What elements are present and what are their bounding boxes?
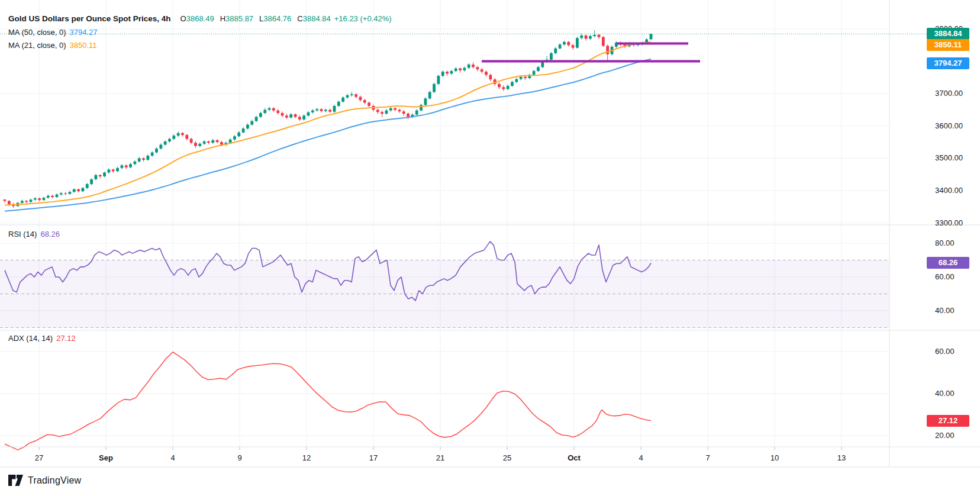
rsi-label: RSI (14) [8,230,37,239]
ma50-label: MA (50, close, 0) [8,28,66,37]
price-axis-label: 3400.00 [935,186,963,195]
axis-badge: 3884.84 [927,28,969,40]
tradingview-logo[interactable]: TradingView [8,474,81,487]
price-axis-label: 40.00 [935,306,955,315]
time-axis-label: 10 [754,453,795,462]
time-axis-label: 12 [286,453,327,462]
time-axis-label: 21 [420,453,461,462]
price-axis-label: 60.00 [935,272,955,281]
axis-badge: 68.26 [927,257,969,269]
high-label: H [220,14,225,23]
ma21-legend-row[interactable]: MA (21, close, 0) 3850.11 [8,41,97,50]
axis-badge: 3850.11 [927,39,969,51]
price-axis-label: 20.00 [935,431,955,440]
time-axis-label: 27 [18,453,60,462]
ma50-value: 3794.27 [70,28,98,37]
rsi-value: 68.26 [40,230,60,239]
close-value: 3884.84 [303,14,331,23]
price-axis-label: 40.00 [935,389,955,398]
time-axis-label: Sep [85,453,127,462]
time-axis-label: 13 [821,453,862,462]
tradingview-chart: Gold US Dollars per Ounce Spot Prices, 4… [0,0,980,496]
price-axis-label: 3300.00 [935,218,963,227]
adx-value: 27.12 [56,334,76,343]
time-axis-label: 17 [353,453,394,462]
high-value: 3885.87 [225,14,253,23]
adx-label: ADX (14, 14) [8,334,53,343]
time-axis-label: 4 [152,453,194,462]
ma21-value: 3850.11 [70,41,97,50]
time-axis-label: 7 [687,453,728,462]
price-axis-label: 3500.00 [935,153,963,162]
price-axis-label: 3600.00 [935,121,963,130]
adx-legend-row[interactable]: ADX (14, 14) 27.12 [8,334,76,343]
ma21-label: MA (21, close, 0) [8,41,66,50]
symbol-title[interactable]: Gold US Dollars per Ounce Spot Prices, 4… [8,14,171,23]
open-label: O [180,14,186,23]
tradingview-logo-icon [8,474,23,487]
tradingview-logo-text: TradingView [28,475,81,486]
axis-badge: 3794.27 [927,57,969,69]
symbol-legend-row[interactable]: Gold US Dollars per Ounce Spot Prices, 4… [8,14,392,23]
ma50-legend-row[interactable]: MA (50, close, 0) 3794.27 [8,28,98,37]
price-axis-label: 80.00 [935,239,955,247]
time-axis-label: Oct [553,453,595,462]
time-axis-label: 9 [219,453,260,462]
axis-badge: 27.12 [927,415,969,427]
rsi-legend-row[interactable]: RSI (14) 68.26 [8,230,60,239]
time-axis-label: 4 [620,453,662,462]
change-value: +16.23 (+0.42%) [334,14,392,23]
close-label: C [297,14,302,23]
price-axis-label: 3700.00 [935,89,963,98]
low-value: 3864.76 [263,14,291,23]
time-axis-label: 25 [486,453,528,462]
open-value: 3868.49 [186,14,214,23]
price-axis-label: 60.00 [935,347,955,356]
chart-canvas[interactable] [0,0,980,496]
